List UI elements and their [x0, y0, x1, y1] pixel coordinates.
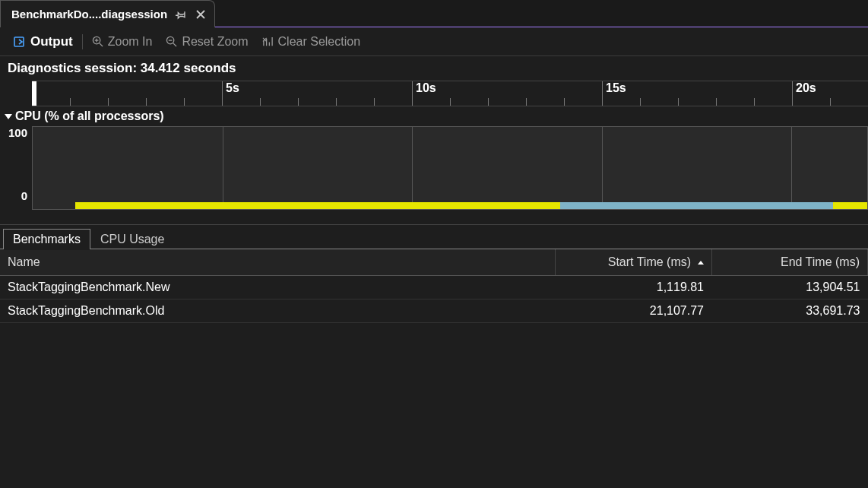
reset-zoom-icon — [166, 36, 177, 47]
reset-zoom-button[interactable]: Reset Zoom — [160, 32, 254, 52]
col-start-time-label: Start Time (ms) — [608, 255, 691, 268]
cell-end: 33,691.73 — [711, 299, 867, 323]
col-name[interactable]: Name — [0, 249, 556, 276]
output-label: Output — [30, 34, 73, 49]
timeline-ruler[interactable]: 5s10s15s20s — [32, 81, 868, 106]
ruler-tick-label: 20s — [796, 81, 816, 95]
cell-name: StackTaggingBenchmark.Old — [0, 299, 556, 323]
session-duration: 34.412 seconds — [141, 61, 236, 75]
ruler-tick-label: 15s — [606, 81, 626, 95]
document-tabbar: BenchmarkDo....diagsession — [0, 0, 868, 27]
cell-start: 1,119.81 — [556, 276, 711, 299]
toolbar-separator — [82, 34, 83, 49]
clear-selection-button[interactable]: Clear Selection — [256, 32, 367, 52]
close-icon[interactable] — [195, 8, 207, 21]
tab-benchmarks[interactable]: Benchmarks — [3, 229, 90, 249]
zoom-in-icon — [92, 36, 103, 47]
cell-end: 13,904.51 — [711, 276, 867, 299]
y-tick-100: 100 — [8, 126, 27, 139]
output-icon — [14, 36, 26, 48]
zoom-in-button[interactable]: Zoom In — [86, 32, 159, 52]
chart-title: CPU (% of all processors) — [15, 109, 164, 123]
zoom-in-label: Zoom In — [108, 35, 153, 49]
table-row[interactable]: StackTaggingBenchmark.Old21,107.7733,691… — [0, 299, 868, 323]
col-end-time[interactable]: End Time (ms) — [711, 249, 867, 276]
collapse-icon[interactable] — [5, 112, 12, 120]
lower-panel: Benchmarks CPU Usage Name Start Time (ms… — [0, 225, 868, 323]
clear-selection-label: Clear Selection — [278, 35, 361, 49]
cpu-chart: 100 0 — [0, 126, 868, 210]
cell-name: StackTaggingBenchmark.New — [0, 276, 556, 299]
chart-series-band — [560, 202, 833, 209]
col-start-time[interactable]: Start Time (ms) — [556, 249, 711, 276]
document-tab[interactable]: BenchmarkDo....diagsession — [0, 0, 215, 27]
chart-title-row: CPU (% of all processors) — [0, 106, 868, 126]
output-button[interactable]: Output — [8, 31, 79, 52]
reset-zoom-label: Reset Zoom — [182, 35, 248, 49]
chart-series-band — [75, 202, 560, 209]
y-tick-0: 0 — [21, 189, 27, 202]
clear-selection-icon — [262, 36, 274, 47]
chart-series-band — [833, 202, 867, 209]
timeline-cursor[interactable] — [32, 81, 36, 106]
ruler-tick-label: 10s — [416, 81, 436, 95]
document-tab-title: BenchmarkDo....diagsession — [11, 8, 167, 21]
cell-start: 21,107.77 — [556, 299, 711, 323]
ruler-tick-label: 5s — [226, 81, 239, 95]
tabbar-underline — [215, 27, 868, 27]
chart-plot[interactable] — [32, 126, 868, 210]
lower-tabstrip: Benchmarks CPU Usage — [0, 225, 868, 249]
chart-spacer — [0, 210, 868, 225]
session-prefix: Diagnostics session: — [8, 61, 141, 75]
toolbar: Output Zoom In Reset Zoom Clear Selectio… — [0, 27, 868, 56]
session-header: Diagnostics session: 34.412 seconds — [0, 56, 868, 81]
chart-y-axis: 100 0 — [0, 126, 32, 210]
table-row[interactable]: StackTaggingBenchmark.New1,119.8113,904.… — [0, 276, 868, 299]
sort-asc-icon — [698, 255, 704, 269]
tab-cpu-usage[interactable]: CPU Usage — [90, 229, 174, 249]
benchmarks-table: Name Start Time (ms) End Time (ms) Stack… — [0, 249, 868, 323]
pin-icon[interactable] — [175, 8, 187, 21]
